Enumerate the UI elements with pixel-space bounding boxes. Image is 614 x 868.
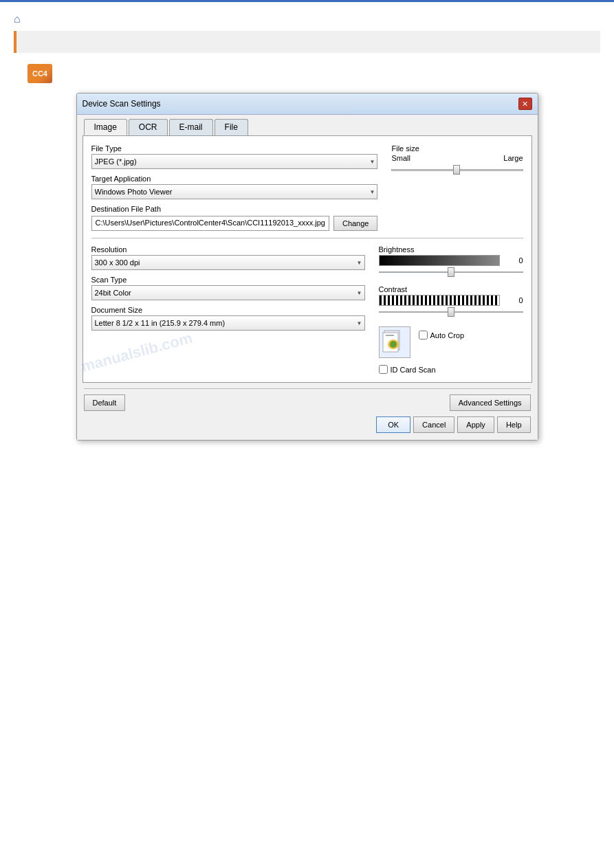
brightness-bar <box>379 255 500 266</box>
thumb-area: Auto Crop <box>379 326 523 358</box>
dest-path-text: C:\Users\User\Pictures\ControlCenter4\Sc… <box>91 216 329 231</box>
filesize-labels: Small Large <box>391 154 523 162</box>
svg-point-3 <box>390 341 397 348</box>
bottom-right-group: Advanced Settings <box>450 394 531 411</box>
tab-bar: Image OCR E-mail File <box>77 115 538 135</box>
form-top-section: File Type JPEG (*.jpg) PNG (*.png) BMP (… <box>91 144 523 231</box>
dialog-titlebar: Device Scan Settings ✕ <box>77 93 538 115</box>
ok-button[interactable]: OK <box>376 416 410 433</box>
form-mid-section: Resolution 300 x 300 dpi 200 x 200 dpi 6… <box>91 245 523 374</box>
close-button[interactable]: ✕ <box>518 98 532 110</box>
auto-crop-area: Auto Crop <box>419 326 465 340</box>
contrast-bar-row: 0 <box>379 295 523 306</box>
dialog-body: Image OCR E-mail File File Type <box>77 115 538 440</box>
id-card-scan-label: ID Card Scan <box>391 366 436 374</box>
target-app-select[interactable]: Windows Photo Viewer None <box>91 184 378 199</box>
thumb-svg <box>382 329 408 355</box>
target-app-select-wrapper[interactable]: Windows Photo Viewer None <box>91 184 378 199</box>
advanced-settings-button[interactable]: Advanced Settings <box>450 394 531 411</box>
brightness-bar-row: 0 <box>379 255 523 266</box>
change-button[interactable]: Change <box>333 216 378 231</box>
form-left: File Type JPEG (*.jpg) PNG (*.png) BMP (… <box>91 144 378 231</box>
help-button[interactable]: Help <box>497 416 531 433</box>
target-app-label: Target Application <box>91 175 378 183</box>
id-card-scan-checkbox[interactable] <box>379 365 388 374</box>
doc-size-label: Document Size <box>91 306 365 314</box>
resolution-label: Resolution <box>91 245 365 254</box>
contrast-bar <box>379 295 500 306</box>
tab-content-image: File Type JPEG (*.jpg) PNG (*.png) BMP (… <box>83 135 532 383</box>
form-right: File size Small Large <box>391 144 523 231</box>
filesize-large-label: Large <box>503 154 523 162</box>
doc-size-select-wrapper[interactable]: Letter 8 1/2 x 11 in (215.9 x 279.4 mm) … <box>91 315 365 331</box>
scan-type-select-wrapper[interactable]: 24bit Color Black & White <box>91 285 365 300</box>
dialog-window: Device Scan Settings ✕ Image OCR E-mail … <box>76 93 538 441</box>
auto-crop-label: Auto Crop <box>430 331 465 340</box>
dialog-bottom-buttons: Default Advanced Settings <box>77 389 538 416</box>
contrast-value: 0 <box>504 296 523 304</box>
contrast-label: Contrast <box>379 285 523 293</box>
filesize-small-label: Small <box>391 154 410 162</box>
dialog-title: Device Scan Settings <box>83 99 161 109</box>
section-header <box>14 31 600 53</box>
file-type-select[interactable]: JPEG (*.jpg) PNG (*.png) BMP (*.bmp) <box>91 154 378 169</box>
cancel-button[interactable]: Cancel <box>413 416 454 433</box>
default-button[interactable]: Default <box>84 394 126 411</box>
file-type-label: File Type <box>91 144 378 153</box>
file-type-select-wrapper[interactable]: JPEG (*.jpg) PNG (*.png) BMP (*.bmp) <box>91 154 378 169</box>
form-mid-left: Resolution 300 x 300 dpi 200 x 200 dpi 6… <box>91 245 365 374</box>
tab-image[interactable]: Image <box>84 119 127 135</box>
file-size-label: File size <box>391 144 523 153</box>
cc4-icon: CC4 <box>28 64 52 83</box>
doc-size-select[interactable]: Letter 8 1/2 x 11 in (215.9 x 279.4 mm) … <box>91 315 365 331</box>
thumbnail <box>379 326 410 358</box>
scan-type-select[interactable]: 24bit Color Black & White <box>91 285 365 300</box>
resolution-select-wrapper[interactable]: 300 x 300 dpi 200 x 200 dpi 600 x 600 dp… <box>91 255 365 270</box>
svg-rect-4 <box>386 335 394 336</box>
ok-cancel-row: OK Cancel Apply Help <box>77 416 538 440</box>
brightness-label: Brightness <box>379 245 523 254</box>
tab-email[interactable]: E-mail <box>169 119 213 135</box>
dest-path-row: C:\Users\User\Pictures\ControlCenter4\Sc… <box>91 216 378 231</box>
resolution-select[interactable]: 300 x 300 dpi 200 x 200 dpi 600 x 600 dp… <box>91 255 365 270</box>
scan-type-label: Scan Type <box>91 276 365 284</box>
brightness-value: 0 <box>504 256 523 265</box>
apply-button[interactable]: Apply <box>457 416 494 433</box>
dest-path-label: Destination File Path <box>91 205 378 213</box>
auto-crop-checkbox[interactable] <box>419 331 428 340</box>
divider-1 <box>91 238 523 238</box>
auto-crop-row: Auto Crop <box>419 331 465 340</box>
id-card-scan-row: ID Card Scan <box>379 365 523 374</box>
tab-file[interactable]: File <box>215 119 248 135</box>
form-mid-right: Brightness 0 Contrast <box>379 245 523 374</box>
tab-ocr[interactable]: OCR <box>129 119 168 135</box>
home-icon[interactable]: ⌂ <box>14 13 21 25</box>
